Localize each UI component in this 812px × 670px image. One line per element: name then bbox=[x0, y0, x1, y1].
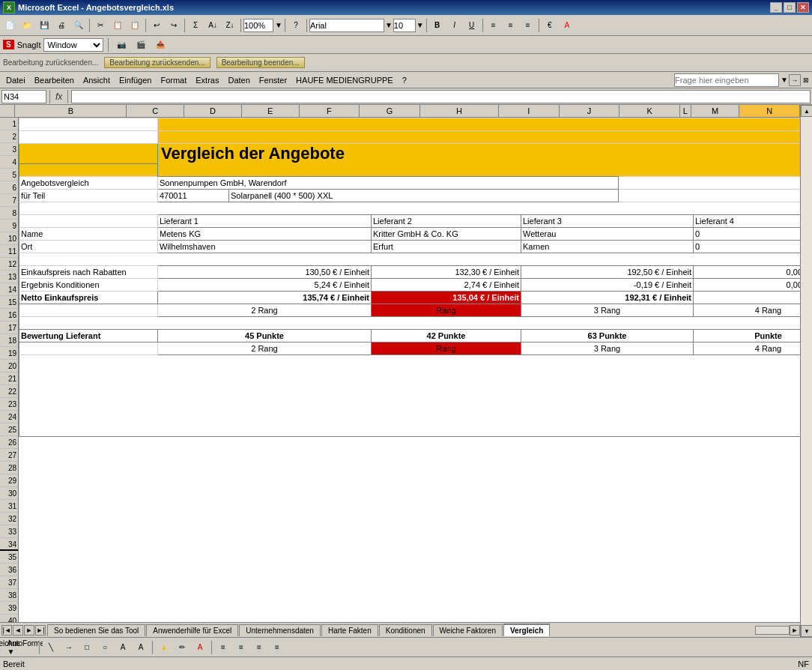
row-num-13[interactable]: 13 bbox=[0, 271, 18, 283]
cell-C5-span[interactable]: Sonnenpumpen GmbH, Warendorf bbox=[158, 176, 619, 189]
cell-C23-span[interactable] bbox=[158, 411, 801, 423]
row-num-32[interactable]: 32 bbox=[0, 513, 18, 525]
cell-C18[interactable]: 2 Rang bbox=[158, 342, 372, 354]
cell-B13-label[interactable]: Ergebnis Konditionen bbox=[19, 278, 158, 291]
cell-H17[interactable]: 63 Punkte bbox=[521, 329, 694, 342]
cell-B10-label[interactable]: Ort bbox=[19, 240, 158, 253]
cell-B3[interactable] bbox=[19, 144, 158, 164]
cell-C10[interactable]: Wilhelmshaven bbox=[158, 240, 372, 253]
col-header-G[interactable]: G bbox=[360, 105, 420, 117]
row-num-6[interactable]: 6 bbox=[0, 181, 18, 194]
cell-B23[interactable] bbox=[19, 411, 158, 423]
cell-F12[interactable]: 132,30 € / Einheit bbox=[372, 265, 521, 278]
col-header-L[interactable]: L bbox=[680, 105, 691, 117]
row-num-40[interactable]: 40 bbox=[0, 615, 18, 622]
cell-I5-span[interactable] bbox=[619, 176, 801, 189]
row-num-8[interactable]: 8 bbox=[0, 207, 18, 220]
cell-C7-span[interactable] bbox=[158, 202, 801, 214]
row-num-39[interactable]: 39 bbox=[0, 602, 18, 615]
cell-J18[interactable]: 4 Rang bbox=[694, 342, 801, 354]
cell-row29[interactable] bbox=[19, 487, 801, 500]
cell-row38[interactable] bbox=[19, 602, 801, 615]
align-tools4[interactable]: ≡ bbox=[269, 639, 285, 656]
print-button[interactable]: 🖨 bbox=[53, 17, 70, 34]
help-search-dropdown[interactable]: ▼ bbox=[781, 76, 788, 84]
cell-C6[interactable]: 470011 bbox=[158, 189, 229, 202]
cell-B6[interactable]: für Teil bbox=[19, 189, 158, 202]
align-tools[interactable]: ≡ bbox=[215, 639, 231, 656]
help-button[interactable]: ? bbox=[288, 17, 304, 34]
line-color[interactable]: ✏ bbox=[174, 639, 190, 656]
menu-format[interactable]: Format bbox=[156, 74, 191, 86]
cell-C16-span[interactable] bbox=[158, 316, 801, 329]
cut-button[interactable]: ✂ bbox=[92, 17, 109, 34]
scroll-track[interactable] bbox=[801, 117, 812, 625]
row-num-31[interactable]: 31 bbox=[0, 500, 18, 513]
row-num-16[interactable]: 16 bbox=[0, 309, 18, 322]
bold-button[interactable]: B bbox=[429, 17, 446, 34]
open-button[interactable]: 📁 bbox=[19, 17, 35, 34]
cell-F15[interactable]: Rang bbox=[372, 304, 521, 316]
cell-C15[interactable]: 2 Rang bbox=[158, 304, 372, 316]
cell-B4[interactable] bbox=[19, 163, 158, 176]
menu-help[interactable]: ? bbox=[398, 74, 411, 86]
row-num-21[interactable]: 21 bbox=[0, 372, 18, 385]
sheet-tab-unternehmen[interactable]: Unternehmensdaten bbox=[239, 624, 321, 636]
italic-button[interactable]: I bbox=[446, 17, 463, 34]
redo-button[interactable]: ↪ bbox=[166, 17, 182, 34]
sort-desc-button[interactable]: Z↓ bbox=[222, 17, 238, 34]
row-num-17[interactable]: 17 bbox=[0, 322, 18, 334]
save-button[interactable]: 💾 bbox=[36, 17, 52, 34]
cell-C12[interactable]: 130,50 € / Einheit bbox=[158, 265, 372, 278]
cell-row37[interactable] bbox=[19, 589, 801, 602]
cell-C11-span[interactable] bbox=[158, 253, 801, 265]
fill-color[interactable]: ▲ bbox=[156, 639, 172, 656]
sheet-tab-konditionen[interactable]: Konditionen bbox=[379, 624, 432, 636]
row-num-12[interactable]: 12 bbox=[0, 258, 18, 271]
cell-F9[interactable]: Kritter GmbH & Co. KG bbox=[372, 227, 521, 240]
cell-B9-label[interactable]: Name bbox=[19, 227, 158, 240]
cell-F8-lieferant2[interactable]: Lieferant 2 bbox=[372, 214, 521, 227]
cell-C21-span[interactable] bbox=[158, 385, 801, 398]
col-header-D[interactable]: D bbox=[184, 105, 242, 117]
row-num-25[interactable]: 25 bbox=[0, 423, 18, 436]
row-num-33[interactable]: 33 bbox=[0, 525, 18, 538]
row-num-2[interactable]: 2 bbox=[0, 130, 18, 143]
cell-H15[interactable]: 3 Rang bbox=[521, 304, 694, 316]
menu-extras[interactable]: Extras bbox=[191, 74, 223, 86]
row-num-29[interactable]: 29 bbox=[0, 474, 18, 487]
cell-B20[interactable] bbox=[19, 367, 158, 385]
sort-asc-button[interactable]: A↓ bbox=[204, 17, 221, 34]
oval-tool[interactable]: ○ bbox=[97, 639, 113, 656]
row-num-19[interactable]: 19 bbox=[0, 347, 18, 360]
row-num-1[interactable]: 1 bbox=[0, 118, 18, 130]
cell-F13[interactable]: 2,74 € / Einheit bbox=[372, 278, 521, 291]
font-color[interactable]: A bbox=[192, 639, 208, 656]
cell-B11[interactable] bbox=[19, 253, 158, 265]
font-dropdown[interactable]: ▼ bbox=[385, 21, 393, 29]
cell-C1[interactable] bbox=[158, 118, 801, 131]
snagit-btn2[interactable]: 🎬 bbox=[133, 37, 149, 53]
copy-button[interactable]: 📋 bbox=[109, 17, 126, 34]
sheet-tab-fakten[interactable]: Harte Fakten bbox=[321, 624, 378, 636]
cell-row26[interactable] bbox=[19, 449, 801, 462]
window-select[interactable]: Window bbox=[43, 38, 103, 52]
align-tools2[interactable]: ≡ bbox=[233, 639, 249, 656]
cell-B21[interactable] bbox=[19, 385, 158, 398]
align-right-button[interactable]: ≡ bbox=[520, 17, 536, 34]
arrow-tool[interactable]: → bbox=[61, 639, 77, 656]
row-num-26[interactable]: 26 bbox=[0, 436, 18, 449]
cell-J15[interactable]: 4 Rang bbox=[694, 304, 801, 316]
row-num-28[interactable]: 28 bbox=[0, 462, 18, 474]
cell-J9[interactable]: 0 bbox=[694, 227, 801, 240]
cell-B2[interactable] bbox=[19, 131, 158, 144]
cell-row36[interactable] bbox=[19, 576, 801, 589]
font-size-input[interactable] bbox=[393, 19, 416, 32]
cell-B1[interactable] bbox=[19, 118, 158, 131]
textbox-tool[interactable]: A bbox=[115, 639, 131, 656]
row-num-4[interactable]: 4 bbox=[0, 156, 18, 169]
align-center-button[interactable]: ≡ bbox=[503, 17, 519, 34]
font-name-input[interactable] bbox=[309, 19, 384, 32]
col-header-I[interactable]: I bbox=[499, 105, 560, 117]
cell-B5[interactable]: Angebotsvergleich bbox=[19, 176, 158, 189]
